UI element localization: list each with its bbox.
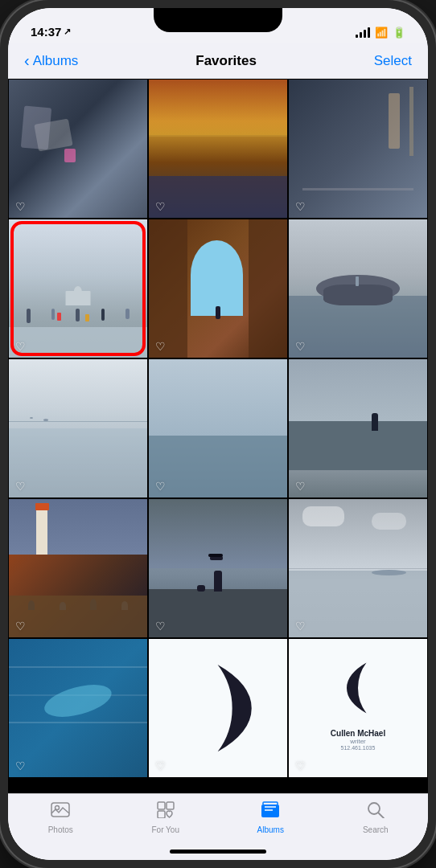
signal-bar-4: [368, 27, 370, 38]
contact-name: Cullen McHael: [331, 729, 385, 738]
photo-1-bg: [9, 80, 147, 218]
wifi-icon: 📶: [375, 27, 388, 39]
for-you-icon: [156, 800, 175, 823]
photo-5-bg: [149, 219, 287, 358]
chevron-left-icon: ‹: [24, 51, 30, 70]
svg-rect-2: [158, 802, 165, 809]
phone-inner: 14:37 ↗ 📶 🔋 ‹ Al: [8, 8, 428, 860]
signal-bar-3: [364, 30, 366, 38]
moon-shape: [176, 660, 259, 756]
tab-albums[interactable]: Albums: [218, 800, 323, 834]
grid-row-1: ♡ ♡: [8, 79, 428, 219]
photo-10-bg: [9, 499, 147, 637]
photo-cell-10[interactable]: ♡: [8, 498, 148, 638]
screen: 14:37 ↗ 📶 🔋 ‹ Al: [8, 8, 428, 860]
heart-icon-15: ♡: [295, 760, 306, 772]
photo-cell-14[interactable]: ♡: [148, 638, 288, 778]
tab-search-label: Search: [363, 825, 389, 834]
photo-cell-12[interactable]: ♡: [288, 498, 428, 638]
heart-icon-13: ♡: [15, 760, 26, 772]
grid-row-3: ♡ ♡: [8, 358, 428, 498]
heart-icon-10: ♡: [15, 620, 26, 633]
heart-icon-14: ♡: [155, 760, 166, 772]
heart-icon-9: ♡: [295, 480, 306, 493]
photo-7-bg: [9, 359, 147, 497]
back-button[interactable]: ‹ Albums: [24, 51, 78, 70]
grid-row-5: ♡ ♡: [8, 638, 428, 778]
grid-row-2: ♡: [8, 219, 428, 358]
status-icons: 📶 🔋: [356, 27, 405, 39]
battery-icon: 🔋: [393, 27, 405, 39]
photo-cell-3[interactable]: ♡: [288, 79, 428, 219]
signal-bars: [356, 27, 370, 38]
photo-cell-7[interactable]: ♡: [8, 358, 148, 498]
photo-cell-6[interactable]: ♡: [288, 219, 428, 358]
photo-2-bg: [149, 80, 287, 218]
heart-icon-12: ♡: [295, 620, 306, 633]
photo-4-bg: [9, 219, 147, 358]
heart-icon-8: ♡: [155, 480, 166, 493]
tab-for-you-label: For You: [152, 825, 179, 834]
photo-8-bg: [149, 359, 287, 497]
heart-icon-2: ♡: [155, 200, 166, 213]
photo-cell-8[interactable]: ♡: [148, 358, 288, 498]
heart-icon-7: ♡: [15, 480, 26, 493]
photo-6-bg: [289, 219, 427, 358]
photo-13-bg: [9, 639, 147, 777]
photo-12-bg: [289, 499, 427, 637]
status-time: 14:37 ↗: [31, 25, 71, 39]
heart-icon-4: ♡: [15, 340, 26, 353]
tab-photos[interactable]: Photos: [8, 800, 113, 834]
contact-card: Cullen McHael writer 512.461.1035: [331, 729, 385, 751]
home-indicator: [170, 850, 266, 854]
location-icon: ↗: [64, 27, 71, 37]
heart-icon-6: ♡: [295, 340, 306, 353]
search-icon: [366, 800, 385, 823]
nav-bar: ‹ Albums Favorites Select: [8, 43, 428, 79]
albums-icon: [261, 800, 280, 823]
heart-icon-11: ♡: [155, 620, 166, 633]
photo-cell-15[interactable]: Cullen McHael writer 512.461.1035 ♡: [288, 638, 428, 778]
page-title: Favorites: [195, 53, 257, 69]
phone-frame: 14:37 ↗ 📶 🔋 ‹ Al: [0, 0, 436, 868]
moon-shape-2: [296, 650, 421, 727]
tab-for-you[interactable]: For You: [113, 800, 219, 834]
photo-cell-1[interactable]: ♡: [8, 79, 148, 219]
contact-title: writer: [331, 738, 385, 745]
heart-icon-1: ♡: [15, 200, 26, 213]
photo-cell-9[interactable]: ♡: [288, 358, 428, 498]
back-label: Albums: [33, 53, 79, 69]
heart-icon-5: ♡: [155, 340, 166, 353]
grid-row-4: ♡: [8, 498, 428, 638]
photo-11-bg: [149, 499, 287, 637]
photo-3-bg: [289, 80, 427, 218]
tab-albums-label: Albums: [257, 825, 284, 834]
select-button[interactable]: Select: [374, 53, 412, 69]
photo-cell-5[interactable]: ♡: [148, 219, 288, 358]
photo-grid: ♡ ♡: [8, 79, 428, 793]
svg-line-7: [378, 813, 384, 819]
photo-cell-13[interactable]: ♡: [8, 638, 148, 778]
tab-photos-label: Photos: [48, 825, 73, 834]
signal-bar-1: [356, 35, 358, 38]
photo-cell-2[interactable]: ♡: [148, 79, 288, 219]
photos-icon: [51, 800, 70, 823]
photo-cell-11[interactable]: ♡: [148, 498, 288, 638]
signal-bar-2: [360, 32, 362, 38]
svg-rect-4: [158, 811, 165, 818]
notch: [154, 8, 282, 32]
time-display: 14:37: [31, 25, 61, 39]
svg-rect-3: [167, 802, 174, 809]
photo-9-bg: [289, 359, 427, 497]
photo-cell-4[interactable]: ♡: [8, 219, 148, 358]
contact-phone: 512.461.1035: [331, 745, 385, 751]
heart-icon-3: ♡: [295, 200, 306, 213]
tab-search[interactable]: Search: [323, 800, 429, 834]
